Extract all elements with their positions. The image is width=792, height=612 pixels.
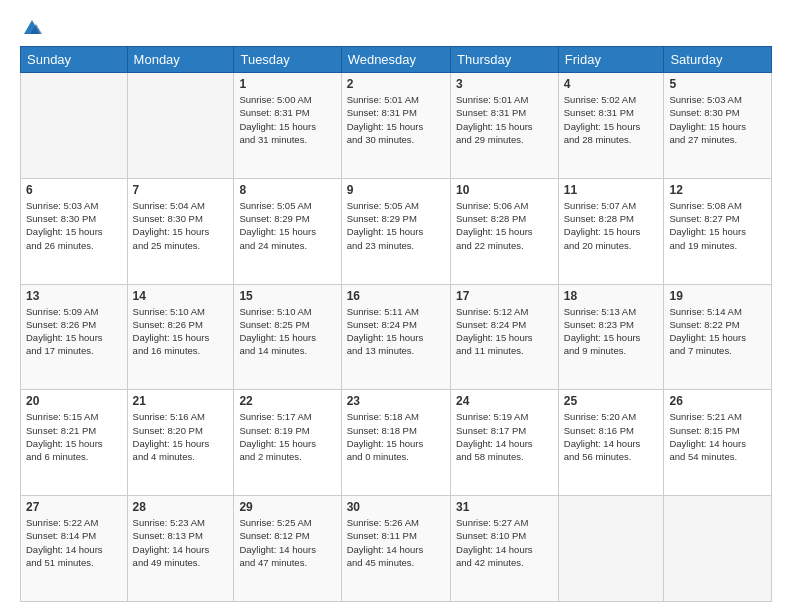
day-info: Sunrise: 5:12 AM Sunset: 8:24 PM Dayligh… [456,305,553,358]
day-number: 12 [669,183,766,197]
day-info: Sunrise: 5:01 AM Sunset: 8:31 PM Dayligh… [347,93,445,146]
day-number: 9 [347,183,445,197]
day-number: 21 [133,394,229,408]
day-info: Sunrise: 5:06 AM Sunset: 8:28 PM Dayligh… [456,199,553,252]
calendar-cell: 8Sunrise: 5:05 AM Sunset: 8:29 PM Daylig… [234,178,341,284]
calendar-cell: 20Sunrise: 5:15 AM Sunset: 8:21 PM Dayli… [21,390,128,496]
day-number: 27 [26,500,122,514]
day-info: Sunrise: 5:08 AM Sunset: 8:27 PM Dayligh… [669,199,766,252]
day-info: Sunrise: 5:10 AM Sunset: 8:26 PM Dayligh… [133,305,229,358]
day-number: 10 [456,183,553,197]
day-info: Sunrise: 5:03 AM Sunset: 8:30 PM Dayligh… [669,93,766,146]
day-number: 6 [26,183,122,197]
day-number: 31 [456,500,553,514]
day-info: Sunrise: 5:02 AM Sunset: 8:31 PM Dayligh… [564,93,659,146]
calendar-cell: 26Sunrise: 5:21 AM Sunset: 8:15 PM Dayli… [664,390,772,496]
day-number: 19 [669,289,766,303]
calendar-cell: 10Sunrise: 5:06 AM Sunset: 8:28 PM Dayli… [451,178,559,284]
day-number: 11 [564,183,659,197]
day-info: Sunrise: 5:10 AM Sunset: 8:25 PM Dayligh… [239,305,335,358]
day-number: 14 [133,289,229,303]
calendar: Sunday Monday Tuesday Wednesday Thursday… [20,46,772,602]
day-number: 16 [347,289,445,303]
calendar-cell: 9Sunrise: 5:05 AM Sunset: 8:29 PM Daylig… [341,178,450,284]
col-monday: Monday [127,47,234,73]
day-info: Sunrise: 5:15 AM Sunset: 8:21 PM Dayligh… [26,410,122,463]
day-info: Sunrise: 5:07 AM Sunset: 8:28 PM Dayligh… [564,199,659,252]
day-number: 26 [669,394,766,408]
logo-text [20,16,42,36]
logo-icon [22,16,42,36]
week-row-3: 13Sunrise: 5:09 AM Sunset: 8:26 PM Dayli… [21,284,772,390]
calendar-cell: 28Sunrise: 5:23 AM Sunset: 8:13 PM Dayli… [127,496,234,602]
week-row-4: 20Sunrise: 5:15 AM Sunset: 8:21 PM Dayli… [21,390,772,496]
week-row-1: 1Sunrise: 5:00 AM Sunset: 8:31 PM Daylig… [21,73,772,179]
calendar-cell: 11Sunrise: 5:07 AM Sunset: 8:28 PM Dayli… [558,178,664,284]
day-number: 18 [564,289,659,303]
day-number: 1 [239,77,335,91]
calendar-cell: 4Sunrise: 5:02 AM Sunset: 8:31 PM Daylig… [558,73,664,179]
day-info: Sunrise: 5:09 AM Sunset: 8:26 PM Dayligh… [26,305,122,358]
day-info: Sunrise: 5:17 AM Sunset: 8:19 PM Dayligh… [239,410,335,463]
day-info: Sunrise: 5:22 AM Sunset: 8:14 PM Dayligh… [26,516,122,569]
day-info: Sunrise: 5:03 AM Sunset: 8:30 PM Dayligh… [26,199,122,252]
day-info: Sunrise: 5:19 AM Sunset: 8:17 PM Dayligh… [456,410,553,463]
calendar-cell: 6Sunrise: 5:03 AM Sunset: 8:30 PM Daylig… [21,178,128,284]
calendar-cell [127,73,234,179]
day-number: 30 [347,500,445,514]
day-number: 3 [456,77,553,91]
day-number: 2 [347,77,445,91]
calendar-cell: 15Sunrise: 5:10 AM Sunset: 8:25 PM Dayli… [234,284,341,390]
calendar-cell: 14Sunrise: 5:10 AM Sunset: 8:26 PM Dayli… [127,284,234,390]
calendar-cell: 23Sunrise: 5:18 AM Sunset: 8:18 PM Dayli… [341,390,450,496]
col-tuesday: Tuesday [234,47,341,73]
header [20,16,772,36]
calendar-cell: 3Sunrise: 5:01 AM Sunset: 8:31 PM Daylig… [451,73,559,179]
col-thursday: Thursday [451,47,559,73]
day-info: Sunrise: 5:11 AM Sunset: 8:24 PM Dayligh… [347,305,445,358]
calendar-cell: 19Sunrise: 5:14 AM Sunset: 8:22 PM Dayli… [664,284,772,390]
day-info: Sunrise: 5:21 AM Sunset: 8:15 PM Dayligh… [669,410,766,463]
calendar-cell: 12Sunrise: 5:08 AM Sunset: 8:27 PM Dayli… [664,178,772,284]
day-info: Sunrise: 5:00 AM Sunset: 8:31 PM Dayligh… [239,93,335,146]
header-row: Sunday Monday Tuesday Wednesday Thursday… [21,47,772,73]
day-number: 28 [133,500,229,514]
calendar-cell: 22Sunrise: 5:17 AM Sunset: 8:19 PM Dayli… [234,390,341,496]
day-info: Sunrise: 5:16 AM Sunset: 8:20 PM Dayligh… [133,410,229,463]
calendar-cell [21,73,128,179]
col-friday: Friday [558,47,664,73]
calendar-cell [664,496,772,602]
calendar-cell: 16Sunrise: 5:11 AM Sunset: 8:24 PM Dayli… [341,284,450,390]
day-info: Sunrise: 5:26 AM Sunset: 8:11 PM Dayligh… [347,516,445,569]
day-info: Sunrise: 5:05 AM Sunset: 8:29 PM Dayligh… [347,199,445,252]
calendar-cell: 13Sunrise: 5:09 AM Sunset: 8:26 PM Dayli… [21,284,128,390]
day-info: Sunrise: 5:14 AM Sunset: 8:22 PM Dayligh… [669,305,766,358]
day-number: 15 [239,289,335,303]
logo [20,16,42,36]
day-number: 20 [26,394,122,408]
calendar-cell: 5Sunrise: 5:03 AM Sunset: 8:30 PM Daylig… [664,73,772,179]
calendar-cell: 2Sunrise: 5:01 AM Sunset: 8:31 PM Daylig… [341,73,450,179]
day-info: Sunrise: 5:05 AM Sunset: 8:29 PM Dayligh… [239,199,335,252]
day-number: 22 [239,394,335,408]
day-info: Sunrise: 5:23 AM Sunset: 8:13 PM Dayligh… [133,516,229,569]
week-row-5: 27Sunrise: 5:22 AM Sunset: 8:14 PM Dayli… [21,496,772,602]
day-info: Sunrise: 5:27 AM Sunset: 8:10 PM Dayligh… [456,516,553,569]
calendar-cell: 17Sunrise: 5:12 AM Sunset: 8:24 PM Dayli… [451,284,559,390]
calendar-cell [558,496,664,602]
day-number: 7 [133,183,229,197]
day-number: 25 [564,394,659,408]
day-info: Sunrise: 5:01 AM Sunset: 8:31 PM Dayligh… [456,93,553,146]
day-info: Sunrise: 5:13 AM Sunset: 8:23 PM Dayligh… [564,305,659,358]
calendar-cell: 30Sunrise: 5:26 AM Sunset: 8:11 PM Dayli… [341,496,450,602]
day-info: Sunrise: 5:20 AM Sunset: 8:16 PM Dayligh… [564,410,659,463]
calendar-cell: 31Sunrise: 5:27 AM Sunset: 8:10 PM Dayli… [451,496,559,602]
calendar-header: Sunday Monday Tuesday Wednesday Thursday… [21,47,772,73]
week-row-2: 6Sunrise: 5:03 AM Sunset: 8:30 PM Daylig… [21,178,772,284]
calendar-cell: 25Sunrise: 5:20 AM Sunset: 8:16 PM Dayli… [558,390,664,496]
day-info: Sunrise: 5:25 AM Sunset: 8:12 PM Dayligh… [239,516,335,569]
day-number: 23 [347,394,445,408]
day-info: Sunrise: 5:04 AM Sunset: 8:30 PM Dayligh… [133,199,229,252]
day-number: 5 [669,77,766,91]
calendar-body: 1Sunrise: 5:00 AM Sunset: 8:31 PM Daylig… [21,73,772,602]
